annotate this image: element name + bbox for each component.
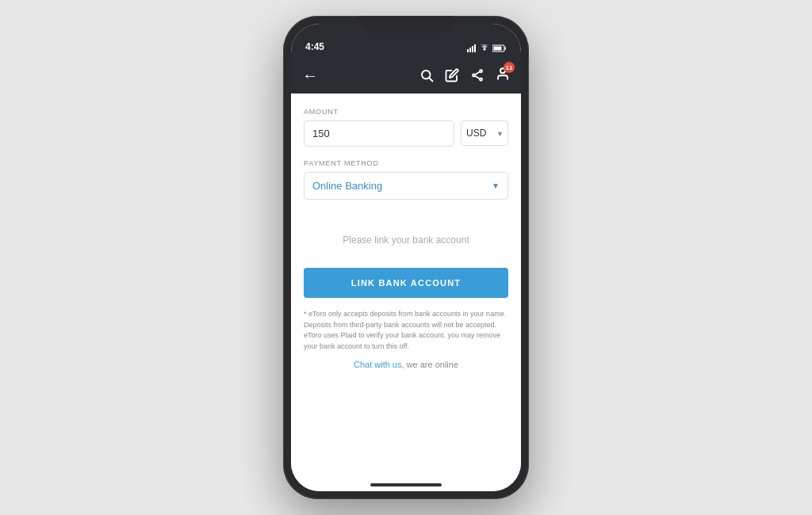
wifi-icon [480, 44, 489, 52]
link-bank-button[interactable]: LINK BANK ACCOUNT [304, 268, 508, 298]
svg-rect-2 [472, 46, 473, 52]
share-icon[interactable] [470, 68, 485, 82]
svg-line-12 [475, 72, 480, 75]
amount-label: AMOUNT [304, 108, 508, 116]
svg-rect-5 [505, 48, 507, 50]
svg-line-8 [429, 78, 432, 81]
search-icon[interactable] [419, 68, 434, 82]
nav-left: ← [302, 67, 318, 85]
status-icons [467, 44, 507, 52]
amount-input[interactable] [304, 120, 454, 147]
chat-line: Chat with us, we are online [304, 360, 508, 369]
dropdown-arrow-icon: ▼ [492, 181, 500, 190]
currency-wrapper: USD EUR GBP ▼ [461, 120, 508, 147]
info-text: Please link your bank account [304, 212, 508, 268]
payment-section: PAYMENT METHOD Online Banking ▼ [304, 159, 508, 200]
payment-label: PAYMENT METHOD [304, 159, 508, 167]
currency-select[interactable]: USD EUR GBP [461, 120, 508, 146]
chat-link[interactable]: Chat with us [354, 360, 402, 369]
payment-selected-text: Online Banking [312, 180, 382, 192]
back-button[interactable]: ← [302, 67, 318, 85]
chat-suffix: , we are online [401, 360, 458, 369]
amount-row: USD EUR GBP ▼ [304, 120, 508, 147]
nav-right: 11 [419, 67, 510, 84]
notification-badge: 11 [504, 62, 515, 73]
edit-icon[interactable] [445, 68, 459, 82]
nav-bar: ← [291, 57, 521, 93]
svg-rect-1 [469, 48, 471, 52]
svg-line-13 [475, 76, 480, 79]
amount-section: AMOUNT USD EUR GBP ▼ [304, 108, 508, 159]
svg-rect-6 [494, 47, 502, 51]
svg-rect-3 [474, 44, 476, 52]
content-area: AMOUNT USD EUR GBP ▼ PAYMENT METHOD [291, 93, 521, 491]
phone-screen: 4:45 [291, 24, 521, 491]
notification-wrapper[interactable]: 11 [496, 67, 510, 84]
payment-dropdown[interactable]: Online Banking ▼ [304, 172, 508, 200]
battery-icon [492, 44, 507, 52]
phone-notch [358, 16, 454, 33]
phone-device: 4:45 [283, 16, 529, 499]
disclaimer-text: * eToro only accepts deposits from bank … [304, 309, 508, 352]
status-time: 4:45 [305, 41, 324, 52]
svg-rect-0 [467, 49, 469, 52]
home-indicator [370, 483, 442, 486]
signal-icon [467, 44, 477, 52]
